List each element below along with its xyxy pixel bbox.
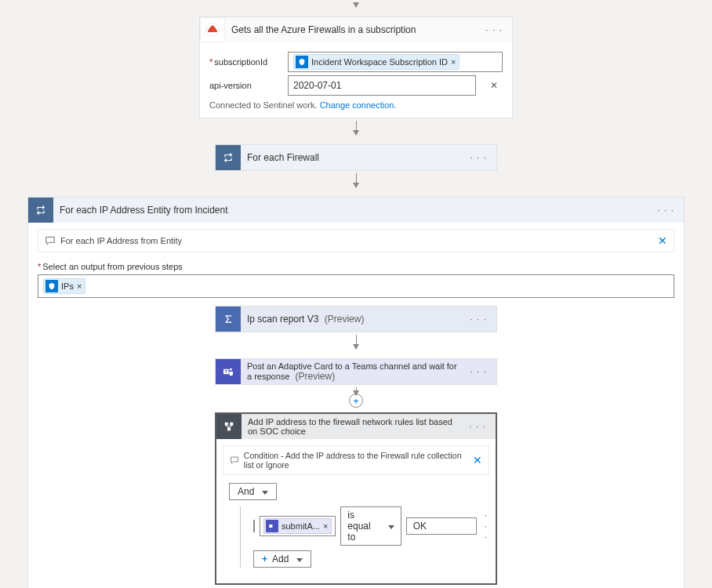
clear-icon[interactable]: ✕ [485,80,503,91]
subscription-id-label: subscriptionId [209,57,278,67]
api-version-value: 2020-07-01 [293,80,341,91]
more-menu-icon[interactable]: · · · [467,314,490,325]
card-title: Add IP address to the firewall network r… [248,417,460,436]
condition-row: submitA... × is equal to OK · · · [253,506,483,546]
card-header-condition[interactable]: Add IP address to the firewall network r… [216,414,496,439]
prev-output-label: Select an output from previous steps [28,252,684,274]
sentinel-icon [296,56,308,68]
svg-rect-6 [227,427,231,430]
close-icon[interactable]: ✕ [473,454,482,466]
more-menu-icon[interactable]: · · · [481,510,491,543]
sub-header-text: For each IP Address from Entity [60,236,182,245]
card-foreach-ip-entity: For each IP Address Entity from Incident… [27,197,685,588]
card-teams-adaptive: T Post an Adaptive Card to a Teams chann… [215,358,497,385]
close-icon[interactable]: ✕ [658,234,667,247]
more-menu-icon[interactable]: · · · [482,24,506,35]
sub-header-foreach-ip: For each IP Address from Entity ✕ [38,229,674,252]
condition-body: And submitA... × is equal [216,475,496,583]
condition-tree: submitA... × is equal to OK · · · + [240,506,483,568]
remove-pill-icon[interactable]: × [77,281,82,291]
ips-pill[interactable]: IPs × [43,278,85,294]
card-header-ip-scan[interactable]: Ip scan report V3 (Preview) · · · [216,307,496,332]
more-menu-icon[interactable]: · · · [654,205,677,216]
svg-point-3 [230,368,232,371]
card-header-foreach-firewall[interactable]: For each Firewall · · · [216,145,496,170]
more-menu-icon[interactable]: · · · [467,152,490,163]
condition-lhs[interactable]: submitA... × [260,516,336,536]
card-body: subscriptionId Incident Workspace Subscr… [200,42,512,118]
more-menu-icon[interactable]: · · · [466,421,489,432]
pill-label: IPs [61,281,74,291]
card-title: Post an Adaptive Card to a Teams channel… [247,361,460,382]
branch-row: True Compose · · · [28,585,684,588]
remove-pill-icon[interactable]: × [451,57,456,67]
pill-label: Incident Workspace Subscription ID [311,57,448,67]
condition-add-button[interactable]: + Add [253,550,311,568]
condition-add-row: + Add [253,550,483,568]
svg-rect-7 [269,524,272,528]
api-version-row: api-version 2020-07-01 ✕ [209,75,503,96]
card-header-get-firewalls[interactable]: Gets all the Azure Firewalls in a subscr… [200,17,512,42]
card-ip-scan-report: Ip scan report V3 (Preview) · · · [215,306,497,332]
card-title: For each IP Address Entity from Incident [60,205,648,216]
sentinel-icon [45,280,58,292]
comment-icon [45,235,56,246]
api-version-input[interactable]: 2020-07-01 [288,75,476,96]
card-title: Gets all the Azure Firewalls in a subscr… [231,24,476,35]
card-title: For each Firewall [247,152,460,163]
condition-sub-text: Condition - Add the IP address to the Fi… [244,451,468,470]
card-condition-soc-choice: Add IP address to the firewall network r… [215,412,497,585]
connection-note: Connected to Sentinel work. Change conne… [209,100,503,110]
chevron-down-icon [293,554,303,564]
loop-icon [28,198,53,223]
condition-checkbox[interactable] [253,520,255,532]
condition-and-button[interactable]: And [229,483,277,500]
teams-icon: T [216,359,241,384]
card-header-foreach-ip[interactable]: For each IP Address Entity from Incident… [28,198,684,223]
condition-icon [216,414,242,439]
more-menu-icon[interactable]: · · · [467,366,490,377]
condition-operator[interactable]: is equal to [340,506,401,546]
change-connection-link[interactable]: Change connection. [320,100,397,110]
sigma-icon [216,307,241,332]
svg-rect-4 [225,423,228,426]
prev-output-input[interactable]: IPs × [38,274,674,298]
azure-firewall-icon [200,17,225,42]
chevron-down-icon [385,521,394,532]
teams-icon [266,520,278,532]
subscription-id-pill[interactable]: Incident Workspace Subscription ID × [293,54,460,70]
remove-pill-icon[interactable]: × [323,521,328,531]
condition-rhs[interactable]: OK [406,517,477,535]
card-foreach-firewall: For each Firewall · · · [215,144,497,171]
condition-sub-header: Condition - Add the IP address to the Fi… [223,445,489,475]
chevron-down-icon [259,486,268,497]
card-get-firewalls: Gets all the Azure Firewalls in a subscr… [199,16,513,118]
svg-rect-5 [230,423,233,426]
loop-icon [216,145,241,170]
card-header-teams[interactable]: T Post an Adaptive Card to a Teams chann… [216,359,496,384]
subscription-id-row: subscriptionId Incident Workspace Subscr… [209,52,503,72]
subscription-id-input[interactable]: Incident Workspace Subscription ID × [288,52,503,72]
comment-icon [230,455,239,466]
api-version-label: api-version [209,81,278,90]
card-title: Ip scan report V3 (Preview) [247,314,460,325]
